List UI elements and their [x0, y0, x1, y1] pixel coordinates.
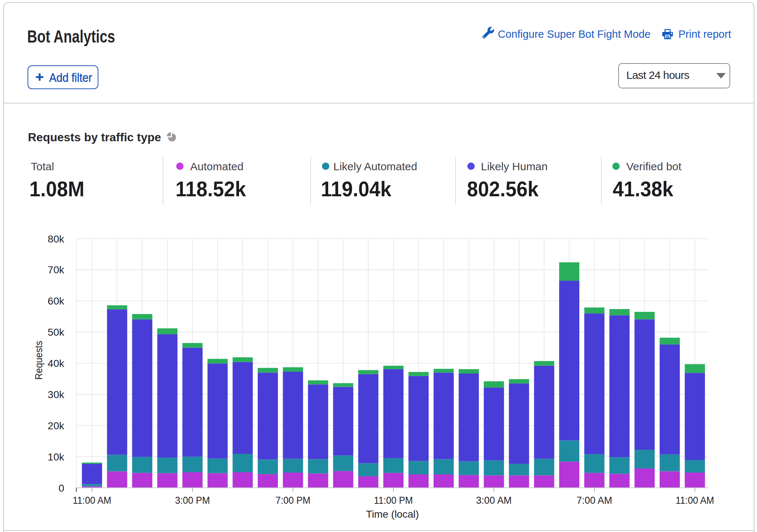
svg-text:11:00 PM: 11:00 PM: [374, 495, 413, 506]
svg-text:7:00 AM: 7:00 AM: [577, 495, 612, 506]
svg-text:11:00 AM: 11:00 AM: [73, 495, 111, 506]
svg-text:11:00 AM: 11:00 AM: [675, 495, 714, 506]
svg-text:3:00 AM: 3:00 AM: [476, 495, 512, 506]
svg-text:20k: 20k: [48, 420, 65, 431]
svg-text:3:00 PM: 3:00 PM: [175, 495, 210, 506]
svg-text:80k: 80k: [48, 233, 65, 245]
svg-text:50k: 50k: [48, 327, 65, 338]
svg-text:60k: 60k: [48, 295, 65, 307]
svg-text:7:00 PM: 7:00 PM: [276, 495, 311, 506]
svg-text:10k: 10k: [48, 451, 65, 463]
svg-text:30k: 30k: [48, 389, 65, 400]
svg-text:70k: 70k: [48, 264, 65, 276]
svg-text:0: 0: [58, 482, 64, 494]
svg-text:40k: 40k: [48, 358, 65, 369]
svg-text:Requests: Requests: [33, 341, 44, 380]
svg-text:Time (local): Time (local): [366, 509, 419, 520]
